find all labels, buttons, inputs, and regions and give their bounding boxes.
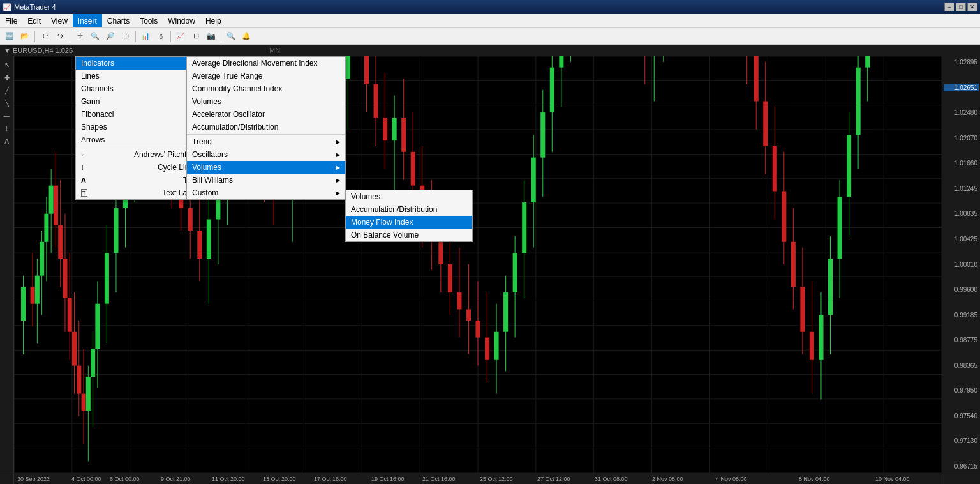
- minimize-button[interactable]: −: [944, 3, 954, 11]
- price-14: 0.97950: [944, 387, 979, 394]
- price-5: 1.01660: [944, 160, 979, 167]
- sidebar-btn-7[interactable]: A: [1, 135, 13, 147]
- volumes-mfi[interactable]: Money Flow Index: [346, 216, 472, 229]
- indicator-ad[interactable]: Accumulation/Distribution: [187, 121, 345, 133]
- fibonacci-label: Fibonacci: [81, 110, 114, 119]
- time-label-6: 17 Oct 16:00: [314, 476, 347, 482]
- insert-andrews-pitchfork[interactable]: ⑂ Andrews' Pitchfork: [76, 148, 202, 161]
- insert-cycle-lines[interactable]: ⫿ Cycle Lines: [76, 161, 202, 174]
- insert-indicators[interactable]: Indicators ▶: [76, 57, 202, 70]
- indicator-cci[interactable]: Commodity Channel Index: [187, 82, 345, 95]
- indicator-button[interactable]: 📈: [174, 30, 188, 43]
- price-11: 0.99185: [944, 312, 979, 319]
- zoom-in-button[interactable]: 🔍: [88, 30, 102, 43]
- menu-edit[interactable]: Edit: [22, 14, 46, 27]
- notification-button[interactable]: 🔔: [239, 30, 253, 43]
- title-bar-left: 📈 MetaTrader 4: [3, 3, 56, 11]
- bill-williams-arrow: ▶: [336, 178, 340, 183]
- new-button[interactable]: 🆕: [3, 30, 17, 43]
- time-label-15: 10 Nov 04:00: [875, 476, 910, 482]
- insert-shapes[interactable]: Shapes ▶: [76, 121, 202, 133]
- oscillators-label: Oscillators: [192, 150, 228, 159]
- menu-view[interactable]: View: [46, 14, 73, 27]
- insert-arrows[interactable]: Arrows ▶: [76, 133, 202, 146]
- volumes-ad[interactable]: Accumulation/Distribution: [346, 203, 472, 216]
- volumes-ad-label: Accumulation/Distribution: [351, 205, 437, 214]
- menu-help[interactable]: Help: [200, 14, 226, 27]
- menu-window[interactable]: Window: [163, 14, 200, 27]
- cycle-icon: ⫿: [81, 164, 84, 170]
- menu-charts[interactable]: Charts: [102, 14, 135, 27]
- open-button[interactable]: 📂: [18, 30, 32, 43]
- atr-label: Average True Range: [192, 72, 263, 80]
- price-axis: 1.02895 1.02651 1.02480 1.02070 1.01660 …: [942, 56, 980, 473]
- price-2: 1.02651: [944, 84, 979, 91]
- close-button[interactable]: ✕: [967, 3, 977, 11]
- candle-button[interactable]: 🕯: [154, 30, 168, 43]
- insert-channels[interactable]: Channels ▶: [76, 82, 202, 95]
- indicator-trend[interactable]: Trend ▶: [187, 135, 345, 148]
- insert-text-label[interactable]: T Text Label: [76, 186, 202, 199]
- menu-insert[interactable]: Insert: [73, 14, 102, 27]
- indicator-atr[interactable]: Average True Range: [187, 70, 345, 82]
- time-label-0: 30 Sep 2022: [17, 476, 50, 482]
- menu-file[interactable]: File: [0, 14, 22, 27]
- indicator-ao[interactable]: Accelerator Oscillator: [187, 108, 345, 121]
- volumes-volumes[interactable]: Volumes: [346, 190, 472, 203]
- toolbar-sep-1: [34, 31, 35, 42]
- sidebar-btn-5[interactable]: —: [1, 110, 13, 121]
- insert-fibonacci[interactable]: Fibonacci ▶: [76, 108, 202, 121]
- screenshot-button[interactable]: 📷: [204, 30, 218, 43]
- trend-label: Trend: [192, 137, 212, 146]
- crosshair-button[interactable]: ✛: [73, 30, 87, 43]
- left-sidebar: ↖ ✚ ╱ ╲ — ⌇ A: [0, 56, 14, 473]
- price-4: 1.02070: [944, 135, 979, 142]
- sidebar-btn-6[interactable]: ⌇: [1, 123, 13, 134]
- indicators-menu: Average Directional Movement Index Avera…: [186, 56, 346, 200]
- time-axis: 30 Sep 2022 4 Oct 00:00 6 Oct 00:00 9 Oc…: [14, 473, 942, 484]
- indicator-bill-williams[interactable]: Bill Williams ▶: [187, 174, 345, 186]
- redo-button[interactable]: ↪: [53, 30, 67, 43]
- search-button[interactable]: 🔍: [224, 30, 238, 43]
- price-10: 0.99600: [944, 286, 979, 293]
- obv-label: On Balance Volume: [351, 231, 419, 239]
- indicator-admi[interactable]: Average Directional Movement Index: [187, 57, 345, 70]
- fit-button[interactable]: ⊞: [119, 30, 133, 43]
- zoom-out-button[interactable]: 🔎: [103, 30, 117, 43]
- insert-lines[interactable]: Lines ▶: [76, 70, 202, 82]
- time-label-10: 27 Oct 12:00: [537, 476, 570, 482]
- indicator-oscillators[interactable]: Oscillators ▶: [187, 148, 345, 161]
- volumes-submenu: Volumes Accumulation/Distribution Money …: [345, 190, 473, 242]
- time-label-11: 31 Oct 08:00: [595, 476, 628, 482]
- ad-label: Accumulation/Distribution: [192, 123, 278, 132]
- sidebar-btn-2[interactable]: ✚: [1, 72, 13, 83]
- time-label-9: 25 Oct 12:00: [480, 476, 513, 482]
- price-16: 0.97130: [944, 437, 979, 444]
- undo-button[interactable]: ↩: [38, 30, 52, 43]
- sidebar-btn-4[interactable]: ╲: [1, 97, 13, 109]
- time-label-4: 11 Oct 20:00: [212, 476, 245, 482]
- ao-label: Accelerator Oscillator: [192, 110, 265, 119]
- indicator-custom[interactable]: Custom ▶: [187, 186, 345, 199]
- menu-tools[interactable]: Tools: [135, 14, 163, 27]
- time-label-12: 2 Nov 08:00: [652, 476, 683, 482]
- chart-info: ▼ EURUSD,H4 1.026 MN: [0, 45, 980, 56]
- time-label-3: 9 Oct 21:00: [161, 476, 191, 482]
- insert-text[interactable]: A Text: [76, 174, 202, 186]
- indicator-volumes[interactable]: Volumes: [187, 95, 345, 108]
- chart-area[interactable]: Indicators ▶ Lines ▶ Channels ▶ Gann ▶ F…: [14, 56, 942, 473]
- price-8: 1.00425: [944, 236, 979, 243]
- maximize-button[interactable]: □: [956, 3, 966, 11]
- sidebar-btn-3[interactable]: ╱: [1, 84, 13, 96]
- cci-label: Commodity Channel Index: [192, 84, 282, 93]
- price-6: 1.01245: [944, 185, 979, 192]
- arrows-label: Arrows: [81, 135, 105, 144]
- sidebar-btn-1[interactable]: ↖: [1, 59, 13, 70]
- indicator-volumes-submenu[interactable]: Volumes ▶: [187, 161, 345, 174]
- bar-chart-button[interactable]: 📊: [138, 30, 152, 43]
- custom-arrow: ▶: [336, 190, 340, 196]
- volumes-obv[interactable]: On Balance Volume: [346, 229, 472, 241]
- insert-gann[interactable]: Gann ▶: [76, 95, 202, 108]
- toolbar-sep-4: [170, 31, 171, 42]
- period-sep-button[interactable]: ⊟: [189, 30, 203, 43]
